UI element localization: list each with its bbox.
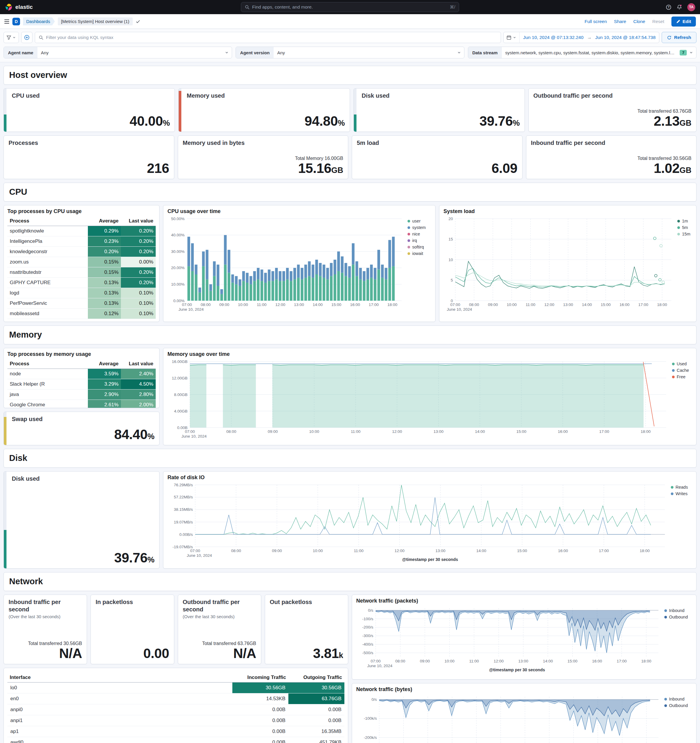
svg-text:?: ? <box>668 6 669 9</box>
svg-text:13:00: 13:00 <box>518 659 529 663</box>
svg-text:June 10, 2024: June 10, 2024 <box>187 553 212 558</box>
reset-button[interactable]: Reset <box>652 19 664 24</box>
control-agent-name[interactable]: Agent name Any <box>3 47 232 58</box>
elastic-logo-icon <box>5 3 12 11</box>
chart-legend[interactable]: usersystemniceirqsoftirqiowait <box>406 216 431 313</box>
add-filter-button[interactable] <box>21 32 32 43</box>
svg-text:13:00: 13:00 <box>294 302 304 307</box>
svg-text:20.00%: 20.00% <box>171 266 185 270</box>
refresh-button[interactable]: Refresh <box>662 32 697 43</box>
svg-text:07:00: 07:00 <box>450 302 460 307</box>
cpu-section-row: Top processes by CPU usage ProcessAverag… <box>3 205 697 322</box>
svg-text:20: 20 <box>449 217 453 221</box>
date-picker-menu-button[interactable] <box>504 32 520 43</box>
chevron-down-icon <box>513 36 516 39</box>
metric-value: N/A <box>202 646 256 661</box>
date-range-end[interactable]: Jun 10, 2024 @ 18:47:54.738 <box>592 35 659 40</box>
svg-text:50.00%: 50.00% <box>171 217 185 221</box>
metric-value: 6.09 <box>492 161 517 176</box>
chart-legend[interactable]: InboundOutbound <box>663 605 692 673</box>
svg-text:10:00: 10:00 <box>313 549 323 553</box>
share-button[interactable]: Share <box>614 19 626 24</box>
svg-text:17:00: 17:00 <box>638 302 648 307</box>
metric-title: Outbound traffic per second <box>533 92 691 99</box>
logo-text: elastic <box>15 4 33 10</box>
breadcrumb-current-dashboard[interactable]: [Metrics System] Host overview (1) <box>58 18 133 25</box>
breadcrumb-dashboards[interactable]: Dashboards <box>23 18 55 25</box>
full-screen-button[interactable]: Full screen <box>585 19 607 24</box>
metric-memory-used: Memory used 94.80% <box>179 88 350 132</box>
notifications-bell-icon[interactable] <box>677 4 682 10</box>
control-agent-version[interactable]: Agent version Any <box>236 47 464 58</box>
elastic-logo[interactable]: elastic <box>5 3 241 11</box>
global-search-input[interactable]: Find apps, content, and more. ⌘/ <box>241 2 459 12</box>
svg-text:57.22MB/s: 57.22MB/s <box>174 495 193 499</box>
metric-title: Inbound traffic per second <box>9 598 82 613</box>
panel-title: Top processes by CPU usage <box>7 208 156 215</box>
plus-circle-icon <box>24 35 30 40</box>
user-avatar[interactable]: TA <box>687 3 695 11</box>
svg-text:17:00: 17:00 <box>599 549 609 553</box>
svg-text:-400/s: -400/s <box>362 642 373 647</box>
edit-button[interactable]: Edit <box>671 16 696 27</box>
search-icon <box>38 35 43 40</box>
chart-legend[interactable]: ReadsWrites <box>669 482 692 563</box>
svg-text:June 10, 2024: June 10, 2024 <box>367 664 393 668</box>
network-bytes-chart[interactable]: 0/s-100k/s-200k/s07:00June 10, 202408:00… <box>356 694 663 743</box>
cpu-usage-chart[interactable]: 50.00%40.00%30.00%20.00%10.00%0.00%07:00… <box>167 216 406 313</box>
svg-text:10:00: 10:00 <box>238 302 248 307</box>
metric-disk-used: Disk used 39.76% <box>353 88 525 132</box>
saved-query-menu-button[interactable] <box>3 32 19 43</box>
refresh-icon <box>667 36 671 40</box>
svg-text:07:00: 07:00 <box>182 302 192 307</box>
system-load-chart[interactable]: 2015105007:00June 10, 202408:0009:0010:0… <box>443 216 675 313</box>
metric-memory-used-bytes: Memory used in bytes Total Memory 16.00G… <box>178 135 349 179</box>
memory-usage-chart[interactable]: 16.00GB12.00GB8.00GB4.00GB0.00B07:00June… <box>167 358 670 440</box>
help-icon[interactable]: ? <box>666 4 671 10</box>
svg-text:-100/s: -100/s <box>362 617 373 621</box>
svg-text:12.00GB: 12.00GB <box>172 376 188 380</box>
top-processes-memory-panel: Top processes by memory usage ProcessAve… <box>3 348 159 408</box>
chart-legend[interactable]: InboundOutbound <box>663 694 692 743</box>
svg-text:-19.07MB/s: -19.07MB/s <box>173 545 193 549</box>
menu-hamburger-icon[interactable] <box>4 19 9 24</box>
date-range-start[interactable]: Jun 10, 2024 @ 07:13:32.240 <box>520 35 587 40</box>
svg-text:09:00: 09:00 <box>420 659 430 663</box>
dashboard-actions: Full screen Share Clone Reset Edit <box>585 16 696 27</box>
chart-legend[interactable]: 1m5m15m <box>675 216 692 313</box>
svg-text:5: 5 <box>450 278 453 283</box>
metric-network-inbound: Inbound traffic per second (Over the las… <box>3 595 87 664</box>
metric-disk-used-large: Disk used 39.76% <box>3 471 159 568</box>
disk-io-chart[interactable]: 76.29MB/s57.22MB/s38.15MB/s19.07MB/s0.00… <box>167 482 669 563</box>
svg-text:10:00: 10:00 <box>507 302 517 307</box>
kql-search-input[interactable]: Filter your data using KQL syntax <box>35 32 501 43</box>
svg-text:17:00: 17:00 <box>599 429 609 434</box>
saved-check-icon[interactable] <box>136 19 140 24</box>
svg-text:0/s: 0/s <box>368 608 373 613</box>
network-kpi-row: Inbound traffic per second (Over the las… <box>3 595 348 664</box>
dashboard-app-icon: D <box>12 18 20 25</box>
memory-usage-over-time-panel: Memory usage over time 16.00GB12.00GB8.0… <box>163 348 697 445</box>
metric-value: 2.13GB <box>638 114 691 129</box>
selection-count-badge: 7 <box>680 50 687 55</box>
section-title-network: Network <box>3 572 697 591</box>
chart-legend[interactable]: UsedCacheFree <box>670 358 692 440</box>
svg-text:15: 15 <box>449 237 453 241</box>
kql-placeholder: Filter your data using KQL syntax <box>46 35 114 40</box>
clone-button[interactable]: Clone <box>634 19 645 24</box>
top-navigation-bar: elastic Find apps, content, and more. ⌘/… <box>0 0 700 14</box>
svg-text:June 10, 2024: June 10, 2024 <box>179 307 204 312</box>
control-data-stream[interactable]: Data stream system.network, system.cpu, … <box>468 47 697 58</box>
svg-text:10: 10 <box>449 258 453 262</box>
metric-value: 94.80% <box>304 114 345 129</box>
svg-text:18:00: 18:00 <box>387 302 397 307</box>
svg-text:14:00: 14:00 <box>543 659 553 663</box>
metric-value: 216 <box>147 161 169 176</box>
memory-section-row: Top processes by memory usage ProcessAve… <box>3 348 697 445</box>
svg-text:18:00: 18:00 <box>641 429 651 434</box>
metric-inbound-traffic: Inbound traffic per second Total transfe… <box>526 135 697 179</box>
svg-text:10.00%: 10.00% <box>171 282 185 287</box>
metric-cpu-used: CPU used 40.00% <box>3 88 175 132</box>
network-packets-chart[interactable]: 0/s-100/s-200/s-300/s-400/s-500/s07:00Ju… <box>356 605 663 673</box>
metric-swap-used: Swap used 84.40% <box>3 411 159 445</box>
